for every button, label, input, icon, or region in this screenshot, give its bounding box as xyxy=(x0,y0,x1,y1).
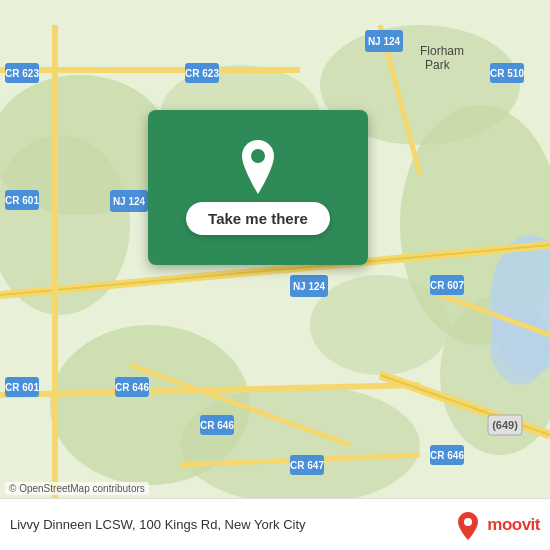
svg-text:Park: Park xyxy=(425,58,451,72)
svg-text:CR 607: CR 607 xyxy=(430,280,464,291)
moovit-icon xyxy=(453,510,483,540)
svg-text:(649): (649) xyxy=(492,419,518,431)
bottom-bar: Livvy Dinneen LCSW, 100 Kings Rd, New Yo… xyxy=(0,498,550,550)
svg-text:NJ 124: NJ 124 xyxy=(368,36,401,47)
osm-attribution: © OpenStreetMap contributors xyxy=(5,482,149,495)
moovit-logo: moovit xyxy=(453,510,540,540)
moovit-label: moovit xyxy=(487,515,540,535)
svg-text:CR 601: CR 601 xyxy=(5,382,39,393)
svg-text:CR 646: CR 646 xyxy=(115,382,149,393)
svg-text:CR 646: CR 646 xyxy=(430,450,464,461)
svg-text:CR 623: CR 623 xyxy=(5,68,39,79)
take-me-there-button[interactable]: Take me there xyxy=(186,202,330,235)
location-card: Take me there xyxy=(148,110,368,265)
svg-text:CR 510: CR 510 xyxy=(490,68,524,79)
attribution-text: © OpenStreetMap contributors xyxy=(9,483,145,494)
svg-text:NJ 124: NJ 124 xyxy=(113,196,146,207)
address-text: Livvy Dinneen LCSW, 100 Kings Rd, New Yo… xyxy=(10,517,453,532)
svg-text:Florham: Florham xyxy=(420,44,464,58)
map-container: CR 623 CR 623 CR 510 NJ 124 NJ 124 NJ 12… xyxy=(0,0,550,550)
svg-text:CR 623: CR 623 xyxy=(185,68,219,79)
svg-point-9 xyxy=(310,275,450,375)
svg-text:NJ 124: NJ 124 xyxy=(293,281,326,292)
svg-point-54 xyxy=(464,518,472,526)
svg-text:CR 647: CR 647 xyxy=(290,460,324,471)
svg-point-4 xyxy=(180,385,420,505)
svg-point-53 xyxy=(251,149,265,163)
svg-text:CR 646: CR 646 xyxy=(200,420,234,431)
location-pin-icon xyxy=(236,140,280,194)
map-background: CR 623 CR 623 CR 510 NJ 124 NJ 124 NJ 12… xyxy=(0,0,550,550)
svg-text:CR 601: CR 601 xyxy=(5,195,39,206)
